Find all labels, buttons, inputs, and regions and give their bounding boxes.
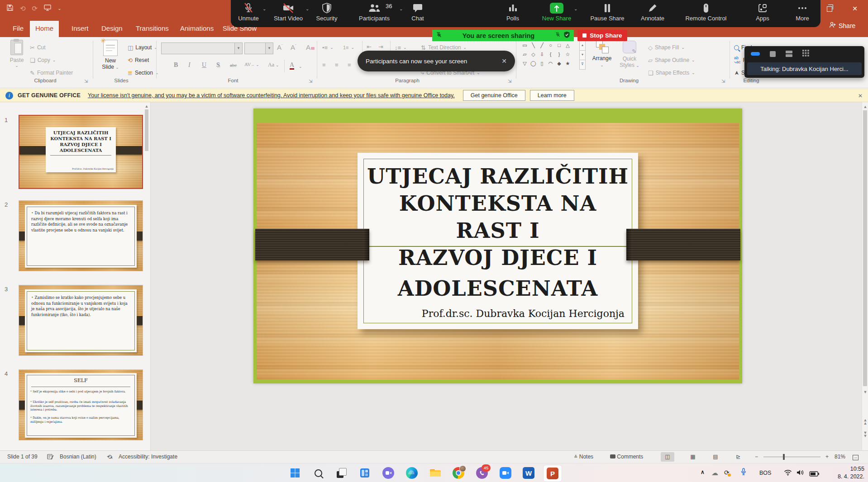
tray-clock[interactable]: 10:55 8. 4. 2022.	[838, 465, 864, 481]
battery-icon[interactable]	[809, 470, 820, 478]
shape-oval-icon[interactable]: ○	[546, 41, 555, 50]
restore-window-button[interactable]	[822, 3, 837, 14]
minimized-view-icon[interactable]	[751, 52, 760, 56]
arrange-button[interactable]: Arrange⌄	[589, 41, 615, 68]
shape-outline-button[interactable]: ▱Shape Outline⌄	[648, 55, 695, 65]
powerpoint-app-icon[interactable]: P	[543, 465, 562, 482]
participants-chevron-icon[interactable]: ⌄	[399, 6, 403, 11]
slide-canvas[interactable]: UTJECAJ RAZLIČITIH KONTEKSTA NA RAST I R…	[253, 109, 742, 383]
font-name-dropdown-icon[interactable]: ▾	[234, 43, 242, 54]
paragraph-dialog-launcher[interactable]: ⇲	[508, 79, 511, 84]
language-indicator[interactable]: Bosnian (Latin)	[60, 454, 96, 460]
get-genuine-office-button[interactable]: Get genuine Office	[463, 90, 525, 101]
change-case-button[interactable]: Aa ⌄	[268, 61, 279, 68]
start-video-chevron-icon[interactable]: ⌄	[305, 6, 309, 11]
zoom-apps-button[interactable]: Apps	[742, 2, 783, 22]
speaker-view-icon[interactable]	[770, 51, 776, 57]
close-window-button[interactable]: ✕	[847, 3, 863, 14]
shapes-more-button[interactable]: ⊽	[579, 60, 586, 70]
text-shadow-button[interactable]: S	[216, 61, 220, 69]
toast-close-icon[interactable]: ✕	[501, 57, 507, 65]
gallery-view-icon[interactable]	[802, 50, 809, 58]
numbering-button[interactable]: 1≡⌄	[343, 43, 354, 52]
font-color-button[interactable]: A	[290, 61, 294, 70]
new-share-chevron-icon[interactable]: ⌄	[574, 6, 577, 11]
file-explorer-icon[interactable]	[428, 466, 443, 480]
italic-button[interactable]: I	[188, 61, 191, 69]
grow-font-button[interactable]: Aˆ	[277, 43, 283, 51]
shape-star2-icon[interactable]: ★	[563, 59, 572, 68]
shape-pentagon-icon[interactable]: ▽	[520, 59, 529, 68]
chat-app-icon[interactable]	[381, 466, 396, 480]
editor-scrollbar-thumb[interactable]	[863, 110, 867, 386]
pane-scrollbar-up-icon[interactable]: ▲	[144, 104, 149, 109]
zoom-start-video-button[interactable]: Start Video	[268, 2, 309, 22]
font-size-dropdown-icon[interactable]: ▾	[265, 43, 273, 54]
section-button[interactable]: ≣Section⌄	[128, 68, 158, 78]
tab-insert[interactable]: Insert	[66, 21, 94, 37]
shapes-gallery[interactable]: ▭╲╱○□△ ▱◇⇩{}☆ ▽◯▯◠◆★	[520, 41, 578, 68]
thumbnail-slide-2[interactable]: • Da bi razumjeli utjecaj različitih fak…	[19, 200, 143, 271]
zoom-slider-thumb[interactable]	[783, 454, 785, 460]
slide-author-text[interactable]: Prof.dr.sc. Dubravka Kocijan Hercigonja	[422, 308, 625, 319]
tab-home[interactable]: Home	[30, 21, 59, 37]
zoom-out-button[interactable]: −	[755, 454, 758, 460]
shape-diamond2-icon[interactable]: ◆	[555, 59, 563, 68]
zoom-pause-share-button[interactable]: Pause Share	[587, 2, 628, 22]
viber-app-icon[interactable]: 45	[475, 466, 489, 480]
input-language-indicator[interactable]: BOS	[759, 470, 771, 476]
tab-file[interactable]: File	[7, 21, 29, 37]
align-right-icon[interactable]: ≡	[348, 61, 351, 68]
slide-title-card[interactable]: UTJECAJ RAZLIČITIH KONTEKSTA NA RAST I R…	[358, 153, 638, 329]
shape-effects-button[interactable]: ❑Shape Effects⌄	[648, 68, 695, 78]
shapes-scroll-up[interactable]: ▴	[579, 41, 586, 51]
thumbnail-slide-1[interactable]: UTJECAJ RAZLIČITIH KONTEKSTA NA RAST I R…	[19, 115, 143, 189]
tab-transitions[interactable]: Transitions	[130, 21, 174, 37]
character-spacing-button[interactable]: AV↔ ⌄	[244, 61, 259, 67]
undo-icon[interactable]: ⟲	[20, 4, 26, 13]
underline-button[interactable]: U	[202, 61, 206, 69]
genuine-close-icon[interactable]: ✕	[858, 93, 863, 99]
shape-brace2-icon[interactable]: }	[555, 50, 563, 59]
widgets-icon[interactable]	[358, 466, 372, 480]
wifi-icon[interactable]	[784, 469, 792, 477]
share-button[interactable]: Share	[829, 22, 855, 29]
stop-share-button[interactable]: Stop Share	[577, 30, 627, 41]
font-name-combobox[interactable]: ▾	[161, 43, 243, 54]
learn-more-button[interactable]: Learn more	[530, 90, 574, 101]
spell-check-icon[interactable]	[47, 454, 54, 461]
zoom-app-icon[interactable]	[498, 466, 513, 480]
next-slide-button[interactable]: ▼▼	[862, 431, 868, 438]
normal-view-button[interactable]: ◫	[661, 452, 674, 462]
format-painter-button[interactable]: ✎Format Painter	[30, 68, 73, 78]
shape-line2-icon[interactable]: ╱	[538, 41, 546, 50]
reset-button[interactable]: ⟲Reset	[128, 55, 149, 65]
quick-styles-button[interactable]: ✎ Quick Styles ⌄	[616, 41, 643, 69]
shape-fill-button[interactable]: ◇Shape Fill⌄	[648, 43, 685, 52]
thumbnail-slide-4[interactable]: SELF * Self je ekspresija slike o sebi i…	[19, 369, 143, 440]
task-view-icon[interactable]	[334, 466, 349, 480]
start-presentation-icon[interactable]	[44, 4, 51, 13]
layout-button[interactable]: ◫Layout⌄	[128, 43, 157, 52]
microphone-tray-icon[interactable]	[741, 468, 746, 477]
shape-square-icon[interactable]: □	[555, 41, 563, 50]
word-app-icon[interactable]: W	[521, 466, 536, 480]
strikethrough-button[interactable]: abc	[230, 62, 237, 68]
start-button[interactable]	[288, 466, 302, 480]
zoom-new-share-button[interactable]: New Share	[536, 2, 577, 22]
editor-scrollbar[interactable]: ▲ ▼ ▲▲ ▼▼	[862, 102, 868, 450]
zoom-remote-control-button[interactable]: Remote Control	[683, 2, 729, 22]
shape-rectangle-icon[interactable]: ▭	[520, 41, 529, 50]
clipboard-dialog-launcher[interactable]: ⇲	[84, 79, 88, 84]
sync-icon[interactable]: ⟳	[724, 469, 730, 476]
search-icon[interactable]	[311, 466, 325, 480]
shrink-font-button[interactable]: Aˇ	[291, 43, 296, 51]
slide-title-text[interactable]: UTJECAJ RAZLIČITIH KONTEKSTA NA RAST I R…	[367, 163, 629, 302]
shape-rect2-icon[interactable]: ▯	[538, 59, 546, 68]
tab-design[interactable]: Design	[96, 21, 128, 37]
shape-line-icon[interactable]: ╲	[529, 41, 538, 50]
shapes-scroll-down[interactable]: ▾	[579, 51, 586, 60]
shape-diamond-icon[interactable]: ◇	[529, 50, 538, 59]
fit-to-window-button[interactable]: ↔	[853, 454, 858, 460]
edge-browser-icon[interactable]	[405, 466, 419, 480]
